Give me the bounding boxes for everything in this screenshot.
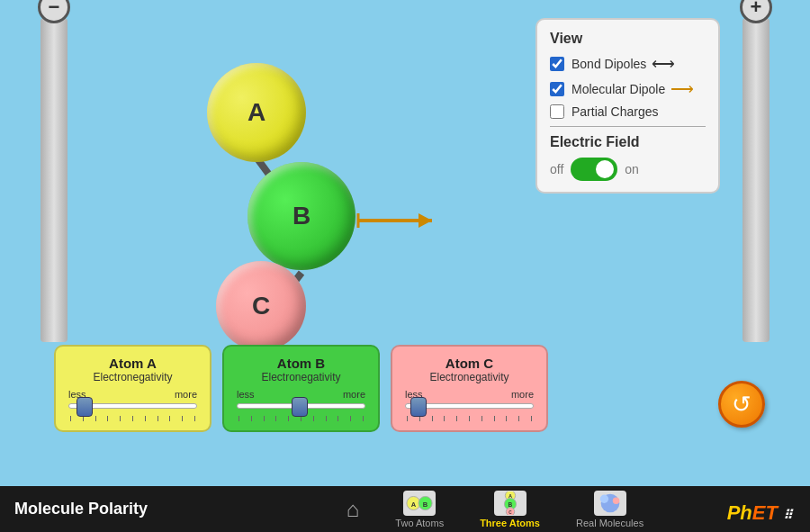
electric-field-toggle-row: off on <box>550 158 706 181</box>
svg-text:B: B <box>423 500 428 508</box>
svg-point-23 <box>612 497 619 504</box>
svg-text:B: B <box>508 500 512 507</box>
atom-c-panel-title: Atom C <box>405 356 534 371</box>
atom-a-slider-thumb[interactable] <box>76 397 93 417</box>
three-atoms-icon: A B C <box>494 491 526 516</box>
two-atoms-label: Two Atoms <box>395 518 444 528</box>
atom-b-panel: Atom B Electronegativity less more <box>222 345 380 432</box>
phet-logo: PhET ⠿ <box>727 501 792 525</box>
reset-icon: ↺ <box>732 391 752 419</box>
nav-tab-two-atoms[interactable]: A B Two Atoms <box>395 491 444 528</box>
electrode-left: − <box>40 18 68 342</box>
real-molecules-icon <box>594 491 626 516</box>
atom-a[interactable]: A <box>207 63 306 162</box>
atom-a-panel: Atom A Electronegativity less more <box>54 345 212 432</box>
atom-b-slider-thumb[interactable] <box>292 397 308 417</box>
atom-c-ticks <box>405 416 534 421</box>
atom-c[interactable]: C <box>216 261 306 351</box>
bond-dipoles-checkbox[interactable] <box>550 57 564 71</box>
off-label: off <box>550 162 563 176</box>
partial-charges-option: Partial Charges <box>550 104 706 119</box>
electrode-left-symbol: − <box>38 0 70 23</box>
nav-tab-three-atoms[interactable]: A B C Three Atoms <box>480 491 540 528</box>
molecular-dipole-option: Molecular Dipole ⟶ <box>550 79 706 99</box>
nav-tab-real-molecules[interactable]: Real Molecules <box>576 491 644 528</box>
atom-c-panel-sub: Electronegativity <box>405 371 534 383</box>
atom-c-more-label: more <box>511 389 534 400</box>
atom-controls: Atom A Electronegativity less more Atom … <box>54 345 548 432</box>
atom-b-slider-track[interactable] <box>237 403 365 409</box>
reset-button[interactable]: ↺ <box>718 381 765 428</box>
electrode-right: + <box>742 18 770 342</box>
real-molecules-label: Real Molecules <box>576 518 644 528</box>
svg-text:A: A <box>508 493 512 499</box>
app-title: Molecule Polarity <box>0 500 180 518</box>
atom-a-panel-sub: Electronegativity <box>68 371 197 383</box>
atom-c-panel: Atom C Electronegativity less more <box>391 345 548 432</box>
nav-tabs: ⌂ A B Two Atoms A B <box>180 491 810 528</box>
atom-b-panel-sub: Electronegativity <box>237 371 365 383</box>
bond-dipoles-label: Bond Dipoles <box>572 57 646 71</box>
svg-point-22 <box>599 494 608 502</box>
atom-a-panel-title: Atom A <box>68 356 197 371</box>
simulation-area: − + A <box>0 0 810 486</box>
svg-marker-9 <box>418 213 432 228</box>
atom-a-slider-track[interactable] <box>68 403 197 409</box>
atom-c-slider-track[interactable] <box>405 403 534 409</box>
molecular-dipole-checkbox[interactable] <box>550 82 564 96</box>
bond-dipoles-icon: ⟷ <box>652 54 675 74</box>
bond-dipoles-option: Bond Dipoles ⟷ <box>550 54 706 74</box>
nav-tab-home[interactable]: ⌂ <box>346 497 360 522</box>
molecule-area: A B C <box>117 54 549 378</box>
partial-charges-checkbox[interactable] <box>550 104 564 119</box>
molecular-dipole-icon: ⟶ <box>670 79 694 99</box>
molecular-dipole-label: Molecular Dipole <box>572 82 665 96</box>
electric-field-toggle[interactable] <box>571 158 617 181</box>
atom-b[interactable]: B <box>248 162 356 270</box>
svg-text:C: C <box>508 510 512 515</box>
atom-c-slider-thumb[interactable] <box>410 397 427 417</box>
atom-b-more-label: more <box>343 389 365 400</box>
home-icon: ⌂ <box>346 497 360 522</box>
view-panel: View Bond Dipoles ⟷ Molecular Dipole ⟶ P… <box>536 18 720 194</box>
view-divider <box>550 126 706 127</box>
atom-b-less-label: less <box>237 389 255 400</box>
two-atoms-icon: A B <box>403 491 436 516</box>
svg-text:A: A <box>411 500 417 508</box>
on-label: on <box>625 162 639 176</box>
electric-field-title: Electric Field <box>550 134 706 150</box>
electrode-right-symbol: + <box>740 0 772 23</box>
partial-charges-label: Partial Charges <box>572 104 659 119</box>
bottom-bar: Molecule Polarity ⌂ A B Two Atoms <box>0 486 810 532</box>
atom-a-more-label: more <box>175 389 197 400</box>
view-panel-title: View <box>550 31 706 47</box>
atom-b-panel-title: Atom B <box>237 356 365 371</box>
three-atoms-label: Three Atoms <box>480 518 540 528</box>
